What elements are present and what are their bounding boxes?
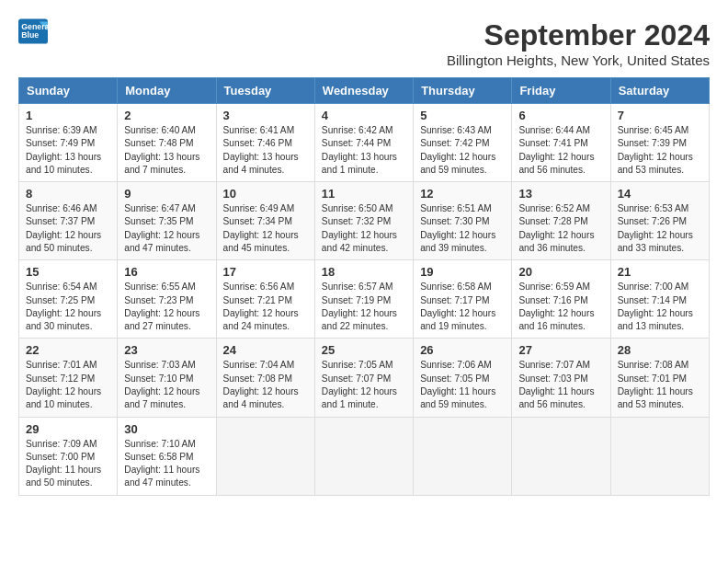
day-number: 14 bbox=[618, 187, 702, 201]
calendar-day-cell: 24 Sunrise: 7:04 AM Sunset: 7:08 PM Dayl… bbox=[216, 339, 314, 417]
page-header: General Blue September 2024 Billington H… bbox=[18, 18, 710, 68]
page-subtitle: Billington Heights, New York, United Sta… bbox=[447, 52, 710, 68]
day-number: 12 bbox=[420, 187, 505, 201]
calendar-day-cell: 3 Sunrise: 6:41 AM Sunset: 7:46 PM Dayli… bbox=[216, 104, 314, 182]
calendar-week-row: 8 Sunrise: 6:46 AM Sunset: 7:37 PM Dayli… bbox=[19, 182, 710, 260]
calendar-day-header: Tuesday bbox=[216, 78, 314, 104]
calendar-day-cell: 1 Sunrise: 6:39 AM Sunset: 7:49 PM Dayli… bbox=[19, 104, 118, 182]
day-number: 13 bbox=[518, 187, 603, 201]
day-number: 7 bbox=[618, 109, 702, 122]
calendar-day-cell bbox=[512, 417, 610, 495]
calendar-day-cell: 30 Sunrise: 7:10 AM Sunset: 6:58 PM Dayl… bbox=[118, 417, 216, 495]
calendar-day-cell: 2 Sunrise: 6:40 AM Sunset: 7:48 PM Dayli… bbox=[118, 104, 216, 182]
day-number: 23 bbox=[124, 343, 209, 357]
day-info: Sunrise: 7:08 AM Sunset: 7:01 PM Dayligh… bbox=[618, 359, 702, 411]
day-number: 9 bbox=[124, 187, 209, 201]
day-number: 27 bbox=[518, 343, 603, 357]
day-number: 29 bbox=[26, 422, 110, 436]
calendar-day-cell: 26 Sunrise: 7:06 AM Sunset: 7:05 PM Dayl… bbox=[414, 339, 512, 417]
day-info: Sunrise: 6:42 AM Sunset: 7:44 PM Dayligh… bbox=[322, 124, 406, 177]
day-info: Sunrise: 7:04 AM Sunset: 7:08 PM Dayligh… bbox=[223, 359, 308, 411]
day-number: 2 bbox=[124, 109, 209, 122]
day-info: Sunrise: 6:51 AM Sunset: 7:30 PM Dayligh… bbox=[420, 202, 505, 255]
day-info: Sunrise: 6:59 AM Sunset: 7:16 PM Dayligh… bbox=[518, 281, 603, 333]
day-number: 26 bbox=[420, 343, 505, 357]
day-number: 19 bbox=[420, 265, 505, 279]
day-number: 20 bbox=[518, 265, 603, 279]
day-info: Sunrise: 6:50 AM Sunset: 7:32 PM Dayligh… bbox=[322, 202, 406, 255]
day-info: Sunrise: 6:47 AM Sunset: 7:35 PM Dayligh… bbox=[124, 202, 209, 255]
day-info: Sunrise: 6:56 AM Sunset: 7:21 PM Dayligh… bbox=[223, 281, 308, 333]
day-number: 21 bbox=[618, 265, 702, 279]
calendar-day-header: Sunday bbox=[19, 78, 118, 104]
day-number: 30 bbox=[124, 422, 209, 436]
day-number: 8 bbox=[26, 187, 110, 201]
day-info: Sunrise: 6:39 AM Sunset: 7:49 PM Dayligh… bbox=[26, 124, 110, 177]
day-info: Sunrise: 6:40 AM Sunset: 7:48 PM Dayligh… bbox=[124, 124, 209, 177]
calendar-day-cell: 20 Sunrise: 6:59 AM Sunset: 7:16 PM Dayl… bbox=[512, 260, 610, 339]
calendar-day-cell: 15 Sunrise: 6:54 AM Sunset: 7:25 PM Dayl… bbox=[19, 260, 118, 339]
calendar-day-header: Friday bbox=[512, 78, 610, 104]
day-number: 5 bbox=[420, 109, 505, 122]
day-number: 16 bbox=[124, 265, 209, 279]
calendar-day-header: Monday bbox=[118, 78, 216, 104]
day-info: Sunrise: 6:44 AM Sunset: 7:41 PM Dayligh… bbox=[518, 124, 603, 177]
logo: General Blue bbox=[18, 18, 48, 44]
day-number: 15 bbox=[26, 265, 110, 279]
calendar-day-header: Saturday bbox=[610, 78, 709, 104]
day-info: Sunrise: 6:46 AM Sunset: 7:37 PM Dayligh… bbox=[26, 202, 110, 255]
calendar-day-cell: 12 Sunrise: 6:51 AM Sunset: 7:30 PM Dayl… bbox=[414, 182, 512, 260]
calendar-day-cell: 25 Sunrise: 7:05 AM Sunset: 7:07 PM Dayl… bbox=[314, 339, 413, 417]
calendar-day-cell: 5 Sunrise: 6:43 AM Sunset: 7:42 PM Dayli… bbox=[414, 104, 512, 182]
day-info: Sunrise: 7:07 AM Sunset: 7:03 PM Dayligh… bbox=[518, 359, 603, 411]
page-title: September 2024 bbox=[447, 18, 710, 52]
logo-icon: General Blue bbox=[18, 18, 48, 44]
calendar-week-row: 1 Sunrise: 6:39 AM Sunset: 7:49 PM Dayli… bbox=[19, 104, 710, 182]
calendar-day-cell: 22 Sunrise: 7:01 AM Sunset: 7:12 PM Dayl… bbox=[19, 339, 118, 417]
calendar-day-cell: 28 Sunrise: 7:08 AM Sunset: 7:01 PM Dayl… bbox=[610, 339, 709, 417]
calendar-day-cell bbox=[610, 417, 709, 495]
calendar-table: SundayMondayTuesdayWednesdayThursdayFrid… bbox=[18, 77, 710, 496]
calendar-header-row: SundayMondayTuesdayWednesdayThursdayFrid… bbox=[19, 78, 710, 104]
day-info: Sunrise: 6:53 AM Sunset: 7:26 PM Dayligh… bbox=[618, 202, 702, 255]
day-number: 17 bbox=[223, 265, 308, 279]
day-info: Sunrise: 6:45 AM Sunset: 7:39 PM Dayligh… bbox=[618, 124, 702, 177]
calendar-week-row: 29 Sunrise: 7:09 AM Sunset: 7:00 PM Dayl… bbox=[19, 417, 710, 495]
calendar-week-row: 22 Sunrise: 7:01 AM Sunset: 7:12 PM Dayl… bbox=[19, 339, 710, 417]
day-info: Sunrise: 7:01 AM Sunset: 7:12 PM Dayligh… bbox=[26, 359, 110, 411]
day-number: 1 bbox=[26, 109, 110, 122]
calendar-day-cell bbox=[216, 417, 314, 495]
day-info: Sunrise: 7:09 AM Sunset: 7:00 PM Dayligh… bbox=[26, 438, 110, 490]
calendar-day-cell: 18 Sunrise: 6:57 AM Sunset: 7:19 PM Dayl… bbox=[314, 260, 413, 339]
day-number: 10 bbox=[223, 187, 308, 201]
calendar-day-cell: 6 Sunrise: 6:44 AM Sunset: 7:41 PM Dayli… bbox=[512, 104, 610, 182]
day-number: 28 bbox=[618, 343, 702, 357]
calendar-day-cell bbox=[314, 417, 413, 495]
day-info: Sunrise: 6:52 AM Sunset: 7:28 PM Dayligh… bbox=[518, 202, 603, 255]
title-block: September 2024 Billington Heights, New Y… bbox=[447, 18, 710, 68]
calendar-day-cell bbox=[414, 417, 512, 495]
calendar-day-cell: 8 Sunrise: 6:46 AM Sunset: 7:37 PM Dayli… bbox=[19, 182, 118, 260]
day-info: Sunrise: 6:43 AM Sunset: 7:42 PM Dayligh… bbox=[420, 124, 505, 177]
calendar-day-cell: 13 Sunrise: 6:52 AM Sunset: 7:28 PM Dayl… bbox=[512, 182, 610, 260]
day-info: Sunrise: 6:58 AM Sunset: 7:17 PM Dayligh… bbox=[420, 281, 505, 333]
day-info: Sunrise: 6:41 AM Sunset: 7:46 PM Dayligh… bbox=[223, 124, 308, 177]
calendar-day-cell: 10 Sunrise: 6:49 AM Sunset: 7:34 PM Dayl… bbox=[216, 182, 314, 260]
calendar-day-header: Wednesday bbox=[314, 78, 413, 104]
day-number: 22 bbox=[26, 343, 110, 357]
calendar-day-cell: 11 Sunrise: 6:50 AM Sunset: 7:32 PM Dayl… bbox=[314, 182, 413, 260]
calendar-day-cell: 17 Sunrise: 6:56 AM Sunset: 7:21 PM Dayl… bbox=[216, 260, 314, 339]
day-info: Sunrise: 7:06 AM Sunset: 7:05 PM Dayligh… bbox=[420, 359, 505, 411]
calendar-day-cell: 7 Sunrise: 6:45 AM Sunset: 7:39 PM Dayli… bbox=[610, 104, 709, 182]
day-number: 18 bbox=[322, 265, 406, 279]
calendar-day-cell: 23 Sunrise: 7:03 AM Sunset: 7:10 PM Dayl… bbox=[118, 339, 216, 417]
calendar-day-cell: 16 Sunrise: 6:55 AM Sunset: 7:23 PM Dayl… bbox=[118, 260, 216, 339]
day-info: Sunrise: 6:55 AM Sunset: 7:23 PM Dayligh… bbox=[124, 281, 209, 333]
calendar-day-header: Thursday bbox=[414, 78, 512, 104]
svg-text:General: General bbox=[21, 22, 48, 31]
day-number: 24 bbox=[223, 343, 308, 357]
day-info: Sunrise: 6:54 AM Sunset: 7:25 PM Dayligh… bbox=[26, 281, 110, 333]
calendar-day-cell: 21 Sunrise: 7:00 AM Sunset: 7:14 PM Dayl… bbox=[610, 260, 709, 339]
day-number: 11 bbox=[322, 187, 406, 201]
day-info: Sunrise: 7:00 AM Sunset: 7:14 PM Dayligh… bbox=[618, 281, 702, 333]
